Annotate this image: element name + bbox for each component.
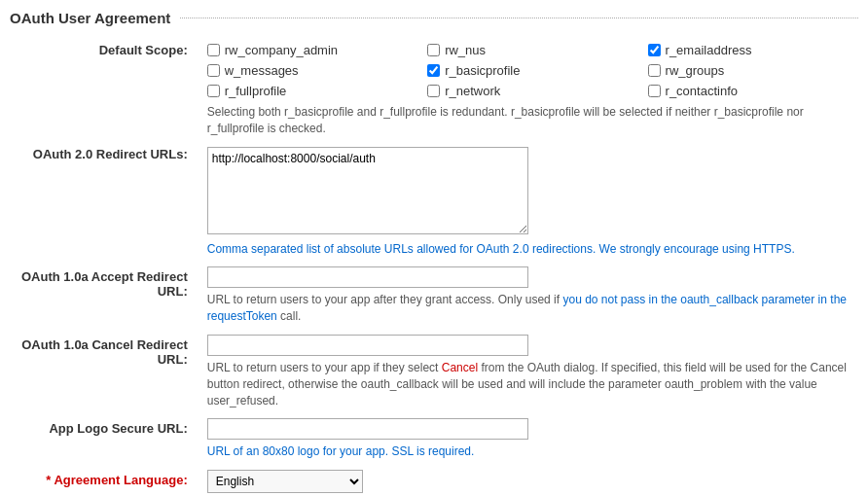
agreement-language-label: * Agreement Language: <box>0 465 198 496</box>
section-divider <box>180 18 858 18</box>
checkbox-r-basicprofile[interactable]: r_basicprofile <box>427 63 637 78</box>
checkbox-rw-company-admin-label: rw_company_admin <box>225 43 338 57</box>
cancel-redirect-label: OAuth 1.0a Cancel Redirect URL: <box>0 330 198 413</box>
default-scope-row: Default Scope: rw_company_admin rw_nus r… <box>0 38 868 142</box>
section-header: OAuth User Agreement <box>0 10 868 26</box>
form-table: Default Scope: rw_company_admin rw_nus r… <box>0 38 868 496</box>
cancel-redirect-hint-cancel: Cancel <box>442 361 478 374</box>
checkbox-r-emailaddress-input[interactable] <box>648 44 661 56</box>
checkbox-w-messages-input[interactable] <box>207 64 220 77</box>
accept-redirect-content: URL to return users to your app after th… <box>198 262 868 330</box>
cancel-redirect-content: URL to return users to your app if they … <box>198 330 868 413</box>
logo-url-label: App Logo Secure URL: <box>0 413 198 465</box>
default-scope-content: rw_company_admin rw_nus r_emailaddress w… <box>198 38 868 142</box>
default-scope-hint: Selecting both r_basicprofile and r_full… <box>207 104 858 137</box>
accept-redirect-row: OAuth 1.0a Accept Redirect URL: URL to r… <box>0 262 868 330</box>
redirect-urls-textarea[interactable]: http://localhost:8000/social/auth <box>207 147 528 234</box>
checkboxes-grid: rw_company_admin rw_nus r_emailaddress w… <box>207 43 858 98</box>
checkbox-rw-groups-label: rw_groups <box>666 63 725 78</box>
logo-url-hint: URL of an 80x80 logo for your app. SSL i… <box>207 443 858 460</box>
checkbox-r-emailaddress-label: r_emailaddress <box>666 43 752 57</box>
checkbox-r-fullprofile[interactable]: r_fullprofile <box>207 84 417 98</box>
accept-redirect-hint: URL to return users to your app after th… <box>207 292 858 325</box>
cancel-redirect-hint-plain1: URL to return users to your app if they … <box>207 361 442 374</box>
checkbox-r-basicprofile-label: r_basicprofile <box>445 63 520 78</box>
checkbox-r-network-input[interactable] <box>427 85 440 97</box>
checkbox-rw-groups-input[interactable] <box>648 64 661 77</box>
checkbox-r-basicprofile-input[interactable] <box>427 64 440 77</box>
checkbox-r-contactinfo-label: r_contactinfo <box>666 84 738 98</box>
checkbox-r-contactinfo-input[interactable] <box>648 85 661 97</box>
default-scope-label: Default Scope: <box>0 38 198 142</box>
cancel-redirect-input[interactable] <box>207 335 528 356</box>
checkbox-w-messages[interactable]: w_messages <box>207 63 417 78</box>
checkbox-rw-company-admin[interactable]: rw_company_admin <box>207 43 417 57</box>
checkbox-rw-nus[interactable]: rw_nus <box>427 43 637 57</box>
oauth-user-agreement-page: OAuth User Agreement Default Scope: rw_c… <box>0 0 868 496</box>
redirect-urls-row: OAuth 2.0 Redirect URLs: http://localhos… <box>0 142 868 263</box>
checkbox-w-messages-label: w_messages <box>225 63 299 78</box>
logo-url-content: URL of an 80x80 logo for your app. SSL i… <box>198 413 868 465</box>
redirect-urls-label: OAuth 2.0 Redirect URLs: <box>0 142 198 263</box>
checkbox-rw-nus-label: rw_nus <box>445 43 486 57</box>
checkbox-rw-nus-input[interactable] <box>427 44 440 56</box>
checkbox-r-contactinfo[interactable]: r_contactinfo <box>648 84 858 98</box>
agreement-language-row: * Agreement Language: English Select the… <box>0 465 868 496</box>
cancel-redirect-row: OAuth 1.0a Cancel Redirect URL: URL to r… <box>0 330 868 413</box>
accept-redirect-input[interactable] <box>207 266 528 288</box>
agreement-language-content: English Select the display language of t… <box>198 465 868 496</box>
agreement-language-label-text: Agreement Language: <box>54 473 187 487</box>
checkbox-r-network[interactable]: r_network <box>427 84 637 98</box>
checkbox-r-fullprofile-label: r_fullprofile <box>225 84 287 98</box>
checkbox-r-emailaddress[interactable]: r_emailaddress <box>648 43 858 57</box>
agreement-language-select[interactable]: English <box>207 470 363 493</box>
logo-url-row: App Logo Secure URL: URL of an 80x80 log… <box>0 413 868 465</box>
logo-url-input[interactable] <box>207 418 528 440</box>
accept-redirect-label: OAuth 1.0a Accept Redirect URL: <box>0 262 198 330</box>
checkbox-r-network-label: r_network <box>445 84 500 98</box>
section-title: OAuth User Agreement <box>10 10 170 26</box>
accept-redirect-hint-end: call. <box>277 309 302 323</box>
accept-redirect-hint-plain: URL to return users to your app after th… <box>207 293 563 306</box>
checkbox-r-fullprofile-input[interactable] <box>207 85 220 97</box>
redirect-urls-hint: Comma separated list of absolute URLs al… <box>207 241 858 258</box>
checkbox-rw-company-admin-input[interactable] <box>207 44 220 56</box>
cancel-redirect-hint: URL to return users to your app if they … <box>207 360 858 408</box>
redirect-urls-content: http://localhost:8000/social/auth Comma … <box>198 142 868 263</box>
checkbox-rw-groups[interactable]: rw_groups <box>648 63 858 78</box>
